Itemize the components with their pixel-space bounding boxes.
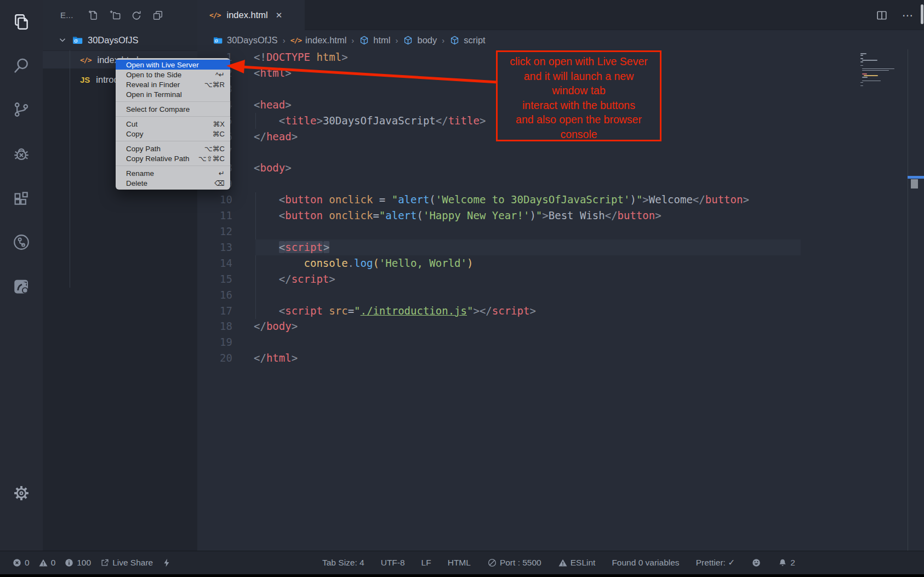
code-line: 18</body> [197,318,908,334]
bottom-black-strip [0,574,924,577]
code-line: 12 [197,224,908,239]
overview-ruler-selection-marker [908,176,924,179]
run-debug-icon[interactable] [0,135,43,173]
overview-ruler-border [908,49,908,551]
menu-item-cut[interactable]: Cut⌘X [116,119,230,129]
line-number: 10 [197,192,232,208]
menu-item-rename[interactable]: Rename↵ [116,168,230,178]
line-number: 20 [197,350,232,366]
menu-separator [116,101,230,102]
status-bar: 00100Live Share Tab Size: 4UTF-8LFHTMLPo… [0,551,924,574]
code-line: 20</html> [197,350,908,366]
tab-index-html[interactable]: </> index.html ✕ [197,0,305,30]
code-line: 11 <button onclick="alert('Happy New Yea… [197,208,908,224]
menu-item-copy-relative-path[interactable]: Copy Relative Path⌥⇧⌘C [116,153,230,163]
status-encoding[interactable]: UTF-8 [381,558,405,568]
source-control-icon[interactable] [0,90,43,129]
menu-separator [116,165,230,166]
more-actions-icon[interactable]: ⋯ [902,9,914,22]
new-file-icon[interactable] [88,9,100,21]
breadcrumb-script[interactable]: script [449,35,485,45]
explorer-icon[interactable] [0,3,43,41]
search-icon[interactable] [0,47,43,85]
code-line: 10 <button onclick = "alert('Welcome to … [197,192,908,208]
status-errors[interactable]: 0 [12,558,30,568]
annotation-line: interact with the buttons [498,98,660,113]
status-live-share[interactable]: Live Share [100,558,153,568]
chevron-down-icon[interactable] [58,35,67,45]
port-icon [487,558,497,568]
warnf-icon [38,558,48,568]
line-number: 18 [197,318,232,334]
menu-item-open-in-terminal[interactable]: Open in Terminal [116,89,230,99]
annotation-line: click on open with Live Sever [498,54,660,69]
explorer-header: E... [43,0,197,30]
vscode-window: E... 30DaysOfJS </>index.htmlJSintroduct… [0,0,924,577]
status-live-server-port[interactable]: Port : 5500 [487,558,541,568]
menu-item-copy-path[interactable]: Copy Path⌥⌘C [116,144,230,153]
code-line: 16 [197,287,908,303]
settings-gear-icon[interactable] [0,477,43,510]
live-share-icon[interactable] [0,223,43,261]
breadcrumb-30DaysOfJS[interactable]: 30DaysOfJS [213,35,278,45]
code-line: 9 [197,176,908,192]
extensions-icon[interactable] [0,179,43,218]
menu-item-copy[interactable]: Copy⌘C [116,129,230,139]
line-number: 12 [197,224,232,239]
status-variables-found[interactable]: Found 0 variables [612,558,679,568]
status-language-mode[interactable]: HTML [448,558,471,568]
err-icon [12,558,22,568]
activity-bar [0,0,43,551]
code-line: 17 <script src="./introduction.js"></scr… [197,303,908,319]
status-feedback[interactable] [751,558,761,568]
breadcrumb-separator: › [351,36,354,45]
menu-item-select-for-compare[interactable]: Select for Compare [116,104,230,114]
line-number: 17 [197,303,232,319]
context-menu: Open with Live ServerOpen to the Side^↵R… [116,58,230,190]
status-info-count[interactable]: 100 [64,558,91,568]
menu-item-reveal-in-finder[interactable]: Reveal in Finder⌥⌘R [116,79,230,89]
refresh-icon[interactable] [130,9,142,21]
breadcrumb-index.html[interactable]: </>index.html [290,35,347,45]
split-editor-icon[interactable] [876,9,888,21]
tabstrip-scrollbar-thumb[interactable] [921,4,923,24]
folder-icon [72,35,83,46]
line-number: 13 [197,239,232,255]
bolt-icon [162,558,172,568]
breadcrumb-separator: › [442,36,444,45]
scrollbar-thumb[interactable] [911,179,918,188]
html-file-icon: </> [290,36,301,44]
explorer-title: E... [60,10,73,20]
status-warnings[interactable]: 0 [38,558,56,568]
menu-separator [116,141,230,141]
html-file-icon: </> [209,11,220,19]
menu-item-open-to-the-side[interactable]: Open to the Side^↵ [116,70,230,79]
minimap[interactable] [860,53,904,86]
annotation-line: and also open the browser [498,112,660,127]
share-extension-icon[interactable] [0,267,43,305]
status-notifications[interactable]: 2 [778,558,795,568]
tab-label: index.html [226,10,267,20]
status-eol[interactable]: LF [421,558,431,568]
menu-item-open-with-live-server[interactable]: Open with Live Server [116,60,230,70]
breadcrumb-body[interactable]: body [403,35,437,45]
breadcrumb-html[interactable]: html [359,35,390,45]
menu-item-delete[interactable]: Delete⌫ [116,178,230,188]
warnf-icon [558,558,568,568]
annotation-box: click on open with Live Severand it will… [496,50,661,141]
status-quick-action[interactable] [162,558,172,568]
code-line: 14 console.log('Hello, World') [197,255,908,271]
status-prettier[interactable]: Prettier: ✓ [696,558,735,568]
breadcrumb: 30DaysOfJS›</>index.html›html›body›scrip… [197,30,924,50]
status-eslint[interactable]: ESLint [558,558,596,568]
tab-strip: </> index.html ✕ ⋯ [197,0,924,30]
annotation-line: console [498,127,660,142]
tab-close-icon[interactable]: ✕ [276,10,283,20]
new-folder-icon[interactable] [109,9,121,21]
code-line: 13 <script> [197,239,908,255]
folder-row-30daysofjs[interactable]: 30DaysOfJS [43,31,197,49]
status-tab-size[interactable]: Tab Size: 4 [322,558,364,568]
collapse-all-icon[interactable] [152,9,164,21]
export-icon [100,558,110,568]
code-line: 8<body> [197,160,908,176]
